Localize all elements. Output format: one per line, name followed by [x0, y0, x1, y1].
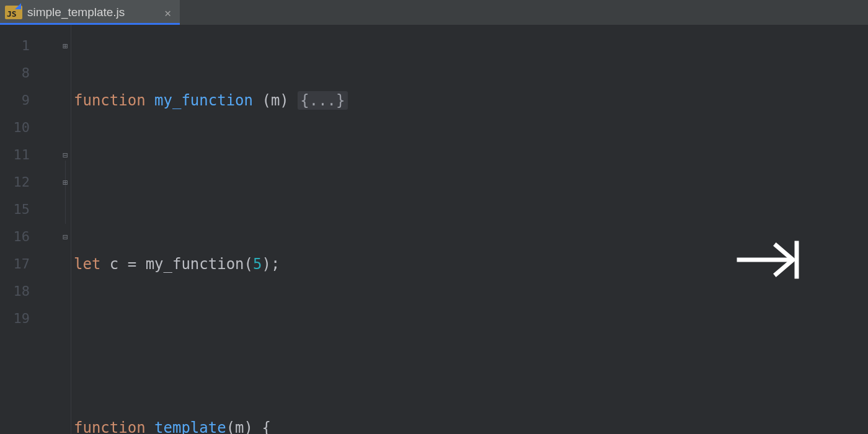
code-line: function my_function (m) {...}	[71, 87, 868, 114]
code-editor[interactable]: 1 8 9 10 11 12 15 16 17 18 19 ⊞ ⊟ ⊞ ⊟ fu…	[0, 25, 868, 434]
line-number: 12	[0, 169, 30, 196]
line-number: 8	[0, 60, 30, 87]
line-number: 10	[0, 114, 30, 141]
fold-collapse-icon[interactable]: ⊟	[60, 149, 71, 161]
line-number: 17	[0, 250, 30, 278]
code-line	[71, 169, 868, 196]
close-tab-icon[interactable]: ✕	[162, 5, 174, 20]
fold-expand-icon[interactable]: ⊞	[60, 40, 71, 51]
file-tab[interactable]: JS simple_template.js ✕	[0, 0, 180, 25]
line-number: 16	[0, 223, 30, 250]
code-line	[71, 332, 868, 360]
code-line: function template(m) {	[71, 414, 868, 434]
code-area[interactable]: function my_function (m) {...} let c = m…	[71, 25, 868, 434]
tab-filename: simple_template.js	[27, 6, 125, 19]
fold-gutter: ⊞ ⊟ ⊞ ⊟	[37, 25, 71, 434]
fold-expand-icon[interactable]: ⊞	[60, 177, 71, 188]
code-line: let c = my_function(5);	[71, 250, 868, 278]
line-number: 9	[0, 87, 30, 114]
line-number: 11	[0, 141, 30, 169]
tab-bar: JS simple_template.js ✕	[0, 0, 868, 25]
fold-end-icon[interactable]: ⊟	[60, 231, 71, 242]
folded-region[interactable]: {...}	[298, 91, 347, 110]
fold-guide-line	[65, 161, 66, 224]
line-number: 15	[0, 196, 30, 223]
line-number: 19	[0, 305, 30, 332]
line-number: 1	[0, 32, 30, 60]
line-number: 18	[0, 278, 30, 305]
js-file-icon: JS	[5, 6, 22, 19]
tab-arrow-icon	[682, 211, 750, 254]
line-number-gutter: 1 8 9 10 11 12 15 16 17 18 19	[0, 25, 37, 434]
